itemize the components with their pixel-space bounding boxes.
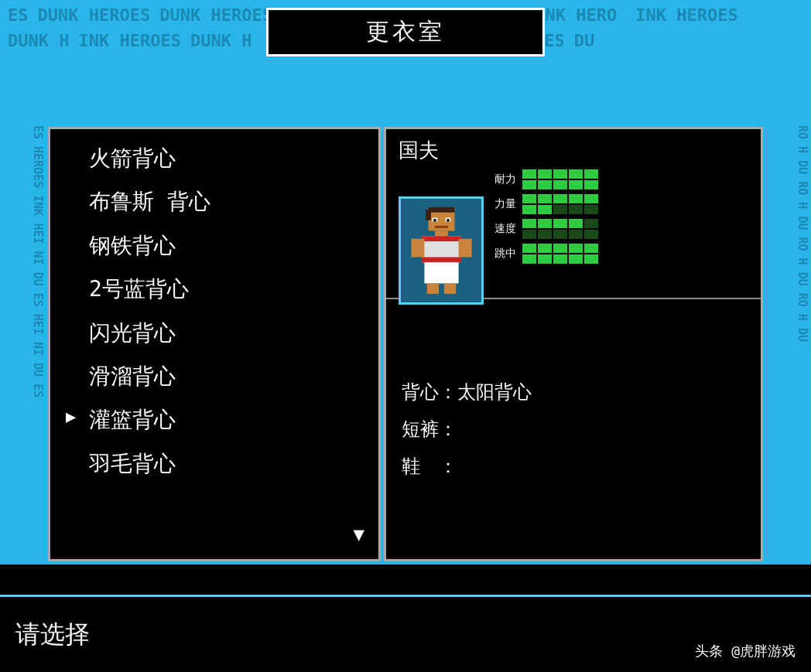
menu-item-5[interactable]: 滑溜背心 bbox=[66, 355, 363, 398]
stat-row-strength: 力量 bbox=[494, 194, 748, 214]
svg-rect-12 bbox=[411, 239, 424, 258]
stat-row-speed: 速度 bbox=[494, 219, 748, 239]
menu-item-6[interactable]: 灌篮背心 bbox=[66, 398, 363, 442]
bottom-bar: 请选择 头条 @虎胖游戏 bbox=[0, 595, 811, 672]
menu-item-7[interactable]: 羽毛背心 bbox=[66, 442, 363, 486]
scroll-down-icon: ▼ bbox=[354, 524, 364, 545]
svg-rect-5 bbox=[433, 219, 436, 221]
main-container: 火箭背心 布鲁斯 背心 钢铁背心 2号蓝背心 闪光背心 滑溜背心 灌篮背心 羽毛… bbox=[45, 124, 766, 565]
stat-label-speed: 速度 bbox=[494, 222, 516, 236]
equip-shorts: 短裤： bbox=[402, 417, 745, 442]
left-panel: 火箭背心 布鲁斯 背心 钢铁背心 2号蓝背心 闪光背心 滑溜背心 灌篮背心 羽毛… bbox=[48, 127, 381, 561]
svg-rect-13 bbox=[458, 239, 471, 258]
watermark-text: 头条 @虎胖游戏 bbox=[695, 642, 796, 660]
equip-shoes: 鞋 ： bbox=[402, 454, 745, 479]
side-left-text: ES HEROES INK HEI NI DU ES HEI NI DU ES bbox=[0, 124, 46, 399]
stats-container: 耐力 力量 速度 bbox=[494, 169, 748, 290]
char-name: 国夫 bbox=[399, 137, 439, 164]
svg-rect-6 bbox=[447, 219, 449, 221]
char-sprite bbox=[409, 204, 474, 297]
svg-rect-1 bbox=[428, 207, 454, 213]
side-right-text: RO H DU RO H DU RO H DU RO H DU bbox=[765, 124, 811, 343]
status-text: 请选择 bbox=[15, 618, 90, 652]
svg-rect-15 bbox=[426, 284, 438, 295]
stat-bars-strength bbox=[522, 194, 598, 214]
stat-label-endurance: 耐力 bbox=[494, 172, 516, 186]
bg-left-strip: ES HEROES INK HEI NI DU ES HEI NI DU ES bbox=[0, 124, 46, 565]
svg-rect-2 bbox=[426, 210, 431, 220]
menu-item-2[interactable]: 钢铁背心 bbox=[66, 224, 363, 268]
stat-row-jump: 跳中 bbox=[494, 244, 748, 264]
svg-rect-8 bbox=[435, 231, 448, 237]
menu-item-4[interactable]: 闪光背心 bbox=[66, 312, 363, 355]
char-portrait bbox=[399, 196, 484, 305]
equip-shirt: 背心：太阳背心 bbox=[402, 380, 745, 404]
svg-rect-14 bbox=[424, 262, 458, 283]
svg-rect-7 bbox=[435, 226, 448, 228]
stat-label-strength: 力量 bbox=[494, 197, 516, 211]
stat-label-jump: 跳中 bbox=[494, 247, 516, 261]
equipment-section: 背心：太阳背心 短裤： 鞋 ： bbox=[386, 299, 761, 559]
stat-bars-endurance bbox=[522, 169, 598, 189]
char-info-section: 国夫 bbox=[386, 129, 761, 299]
menu-item-0[interactable]: 火箭背心 bbox=[66, 137, 363, 180]
svg-rect-10 bbox=[422, 236, 461, 241]
bg-right-strip: RO H DU RO H DU RO H DU RO H DU bbox=[765, 124, 811, 565]
char-portrait-wrapper bbox=[399, 169, 484, 290]
stat-row-endurance: 耐力 bbox=[494, 169, 748, 189]
title-bar: 更衣室 bbox=[266, 8, 545, 56]
stat-bars-jump bbox=[522, 244, 598, 264]
svg-rect-16 bbox=[443, 284, 455, 295]
svg-rect-11 bbox=[422, 258, 461, 263]
right-panel: 国夫 bbox=[384, 127, 763, 561]
title-text: 更衣室 bbox=[366, 18, 445, 45]
menu-item-1[interactable]: 布鲁斯 背心 bbox=[66, 180, 363, 223]
menu-item-3[interactable]: 2号蓝背心 bbox=[66, 268, 363, 311]
stat-bars-speed bbox=[522, 219, 598, 239]
